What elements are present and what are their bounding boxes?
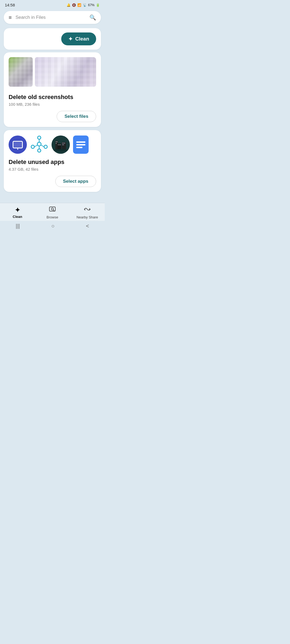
sparkle-icon: ✦ bbox=[68, 36, 73, 42]
svg-line-7 bbox=[41, 145, 44, 147]
app-icons-row bbox=[9, 135, 96, 154]
signal-icon: 📡 bbox=[83, 3, 87, 7]
screenshots-card-actions: Select files bbox=[9, 111, 96, 122]
clean-button[interactable]: ✦ Clean bbox=[61, 32, 96, 45]
browse-nav-icon bbox=[49, 206, 56, 214]
svg-rect-15 bbox=[58, 144, 59, 145]
app-icon-3 bbox=[52, 136, 70, 154]
sys-nav: ||| ○ < bbox=[0, 221, 105, 232]
battery-text: 67% bbox=[88, 3, 95, 7]
select-apps-button[interactable]: Select apps bbox=[55, 176, 96, 187]
app-icon-4 bbox=[73, 136, 89, 154]
svg-rect-11 bbox=[56, 141, 56, 142]
battery-icon: 🔋 bbox=[96, 3, 100, 7]
nearby-share-nav-icon bbox=[84, 206, 91, 214]
sys-nav-recent[interactable]: ||| bbox=[16, 223, 20, 229]
svg-rect-23 bbox=[63, 144, 64, 145]
screenshot-thumb-1 bbox=[9, 57, 33, 87]
svg-rect-22 bbox=[62, 144, 63, 145]
svg-point-1 bbox=[38, 136, 41, 139]
svg-rect-19 bbox=[62, 143, 63, 144]
svg-point-24 bbox=[53, 149, 68, 152]
svg-rect-20 bbox=[63, 143, 64, 144]
svg-point-4 bbox=[38, 149, 41, 152]
notification-icon: 🔔 bbox=[67, 3, 71, 7]
nav-item-clean[interactable]: ✦ Clean bbox=[0, 206, 35, 219]
sys-nav-back[interactable]: < bbox=[86, 223, 89, 229]
clean-card: ✦ Clean bbox=[4, 28, 101, 50]
svg-line-6 bbox=[34, 145, 37, 147]
svg-point-3 bbox=[44, 145, 47, 148]
select-files-button[interactable]: Select files bbox=[57, 111, 96, 122]
doc-line-1 bbox=[76, 141, 85, 143]
svg-rect-13 bbox=[56, 143, 56, 144]
svg-rect-25 bbox=[49, 207, 55, 211]
status-bar: 14:58 🔔 🔇 📶 📡 67% 🔋 bbox=[0, 0, 105, 9]
clean-button-label: Clean bbox=[75, 36, 89, 42]
search-bar-container: ≡ Search in Files 🔍 bbox=[0, 9, 105, 27]
nearby-share-nav-label: Nearby Share bbox=[77, 215, 98, 219]
nearby-share-icon-svg bbox=[84, 206, 91, 213]
svg-rect-16 bbox=[59, 144, 60, 145]
doc-line-2 bbox=[76, 144, 85, 145]
clean-nav-icon: ✦ bbox=[15, 206, 20, 214]
nav-item-browse[interactable]: Browse bbox=[35, 206, 70, 219]
hamburger-icon[interactable]: ≡ bbox=[9, 15, 12, 20]
apps-card: Delete unused apps 4.37 GB, 42 files Sel… bbox=[4, 130, 101, 192]
status-time: 14:58 bbox=[5, 3, 15, 7]
screenshots-preview bbox=[9, 57, 96, 89]
screenshots-card-subtitle: 100 MB, 236 files bbox=[9, 102, 96, 107]
svg-point-2 bbox=[31, 145, 34, 148]
nav-item-nearby-share[interactable]: Nearby Share bbox=[70, 206, 105, 219]
screenshots-card: Delete old screenshots 100 MB, 236 files… bbox=[4, 52, 101, 127]
search-bar[interactable]: ≡ Search in Files 🔍 bbox=[4, 11, 101, 24]
browse-nav-label: Browse bbox=[46, 215, 58, 219]
browse-icon-svg bbox=[49, 206, 56, 213]
apps-card-subtitle: 4.37 GB, 42 files bbox=[9, 167, 96, 171]
wifi-icon: 📶 bbox=[77, 3, 81, 7]
bottom-nav: ✦ Clean Browse Nearby Share bbox=[0, 203, 105, 221]
apps-card-title: Delete unused apps bbox=[9, 159, 96, 166]
search-placeholder[interactable]: Search in Files bbox=[16, 15, 86, 20]
screenshots-card-title: Delete old screenshots bbox=[9, 94, 96, 101]
doc-line-3 bbox=[76, 147, 82, 148]
apps-card-actions: Select apps bbox=[9, 176, 96, 187]
clean-nav-label: Clean bbox=[13, 215, 22, 219]
status-icons: 🔔 🔇 📶 📡 67% 🔋 bbox=[67, 3, 100, 7]
app-icon-2 bbox=[30, 135, 48, 154]
game-icon-svg bbox=[52, 136, 70, 154]
svg-line-27 bbox=[53, 210, 54, 211]
sys-nav-home[interactable]: ○ bbox=[51, 223, 55, 229]
phone-inner-icon bbox=[13, 141, 23, 148]
svg-rect-12 bbox=[57, 141, 57, 142]
svg-rect-21 bbox=[64, 143, 65, 144]
network-icon-svg bbox=[30, 135, 48, 153]
mute-icon: 🔇 bbox=[72, 3, 76, 7]
search-icon[interactable]: 🔍 bbox=[89, 14, 96, 21]
svg-point-0 bbox=[37, 142, 41, 146]
screenshot-thumb-2 bbox=[35, 57, 96, 87]
app-icon-1 bbox=[9, 136, 27, 154]
svg-rect-17 bbox=[60, 144, 61, 145]
